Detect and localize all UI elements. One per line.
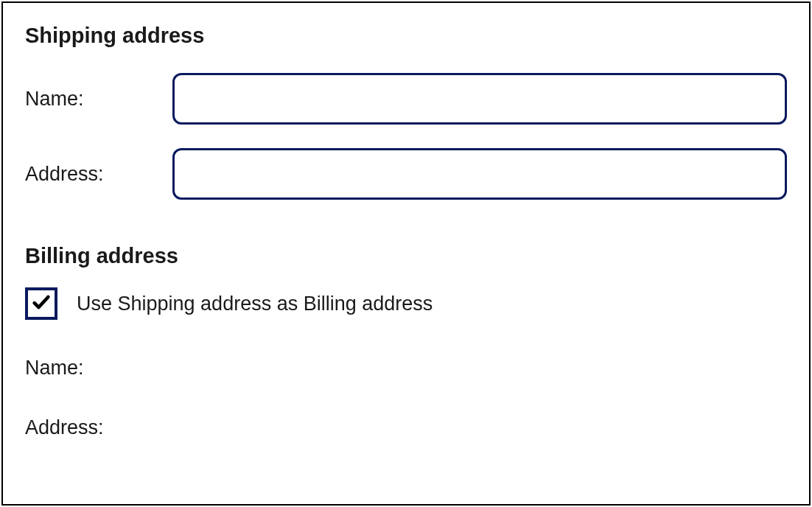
shipping-section-title: Shipping address: [25, 24, 787, 48]
check-icon: [31, 292, 52, 315]
billing-section-title: Billing address: [25, 244, 787, 268]
use-shipping-checkbox-label: Use Shipping address as Billing address: [77, 293, 433, 315]
billing-address-label: Address:: [25, 416, 104, 438]
billing-name-label: Name:: [25, 357, 84, 379]
shipping-address-label: Address:: [25, 163, 172, 186]
shipping-name-label: Name:: [25, 88, 172, 111]
use-shipping-checkbox-row: Use Shipping address as Billing address: [25, 287, 787, 320]
use-shipping-checkbox[interactable]: [25, 287, 57, 320]
shipping-name-row: Name:: [25, 73, 787, 125]
address-form-container: Shipping address Name: Address: Billing …: [1, 1, 811, 506]
billing-address-row: Address:: [25, 416, 787, 439]
shipping-address-row: Address:: [25, 148, 787, 200]
shipping-name-input[interactable]: [172, 73, 787, 125]
shipping-address-input[interactable]: [172, 148, 787, 200]
billing-name-row: Name:: [25, 357, 787, 380]
